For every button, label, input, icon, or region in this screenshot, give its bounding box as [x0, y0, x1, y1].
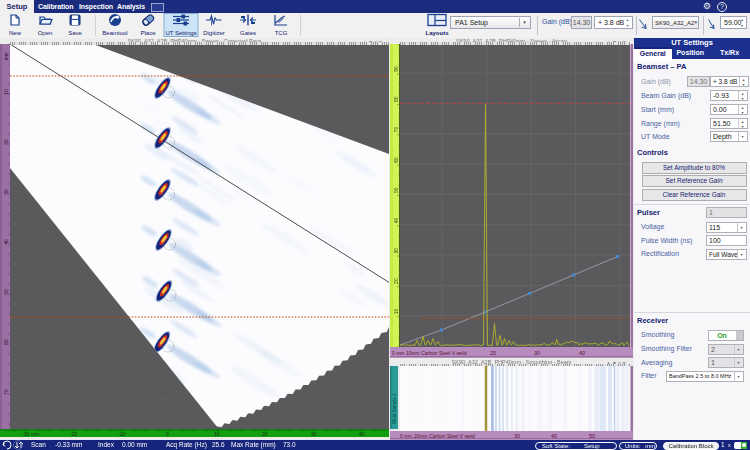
- svg-text:0: 0: [166, 431, 169, 437]
- svg-text:10: 10: [393, 308, 399, 314]
- svg-text:70: 70: [393, 127, 399, 133]
- svg-text:20: 20: [3, 139, 9, 145]
- svg-text:80: 80: [393, 96, 399, 102]
- svg-text:0 mm 10mm Carbon Steel V weld: 0 mm 10mm Carbon Steel V weld: [392, 350, 467, 356]
- svg-text:30: 30: [514, 433, 520, 439]
- svg-text:0 mm 20mm Carbon Steel V weld: 0 mm 20mm Carbon Steel V weld: [400, 433, 475, 439]
- svg-text:40: 40: [3, 239, 9, 245]
- svg-text:30: 30: [534, 350, 540, 356]
- svg-text:50: 50: [393, 187, 399, 193]
- svg-text:Weld Sample 1: Weld Sample 1: [392, 393, 397, 424]
- svg-text:20: 20: [490, 350, 496, 356]
- svg-text:mm: mm: [3, 52, 9, 60]
- svg-text:50: 50: [589, 433, 595, 439]
- svg-text:20: 20: [262, 431, 268, 437]
- svg-text:40: 40: [579, 350, 585, 356]
- svg-text:90: 90: [393, 66, 399, 72]
- svg-text:50: 50: [3, 289, 9, 295]
- svg-text:70: 70: [3, 389, 9, 395]
- svg-text:10: 10: [214, 431, 220, 437]
- svg-text:20: 20: [393, 278, 399, 284]
- svg-text:30: 30: [3, 189, 9, 195]
- svg-text:10: 10: [3, 89, 9, 95]
- svg-text:60: 60: [3, 339, 9, 345]
- svg-text:40: 40: [551, 433, 557, 439]
- svg-text:30: 30: [393, 248, 399, 254]
- svg-text:40: 40: [393, 218, 399, 224]
- svg-text:60: 60: [393, 157, 399, 163]
